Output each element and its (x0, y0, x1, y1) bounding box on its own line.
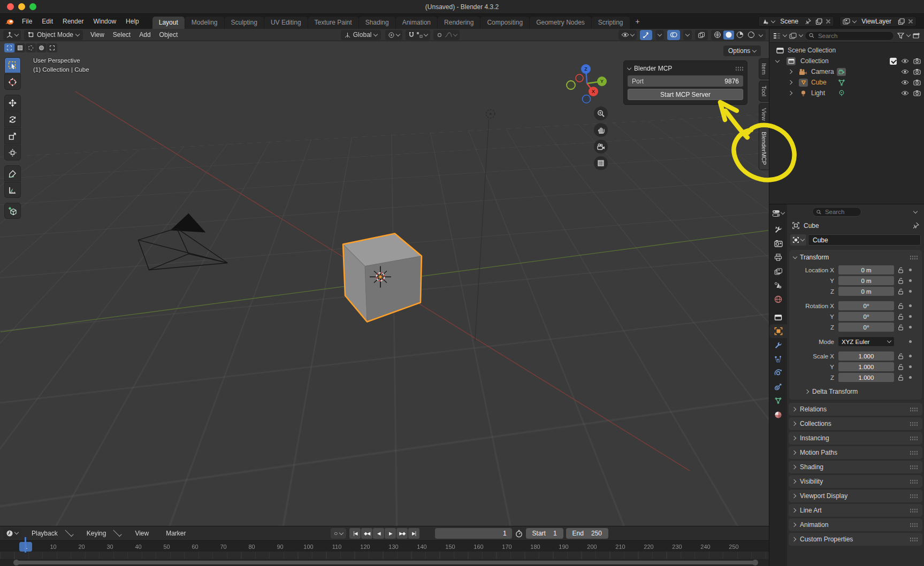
marker-menu[interactable]: Marker (157, 527, 194, 539)
lock-open-icon[interactable] (898, 374, 904, 381)
new-collection-button[interactable] (912, 32, 921, 40)
viewport-menu-item[interactable]: Object (155, 30, 182, 40)
outliner-row-cube[interactable]: Cube (769, 77, 924, 88)
zoom-view-button[interactable] (594, 106, 608, 120)
camera-view-button[interactable] (594, 140, 608, 154)
scale-x-field[interactable]: 1.000 (838, 351, 894, 361)
panel-grip-icon[interactable] (910, 255, 918, 260)
viewport-3d[interactable]: Object Mode ViewSelectAddObject Global (0, 29, 769, 526)
hide-in-viewport-icon[interactable] (901, 80, 909, 85)
start-mcp-server-button[interactable]: Start MCP Server (628, 89, 743, 100)
property-section-header[interactable]: Animation (789, 518, 922, 531)
delta-transform-subpanel[interactable]: Delta Transform (792, 383, 919, 395)
camera-data-icon[interactable] (837, 68, 846, 76)
panel-grip-icon[interactable] (735, 66, 743, 71)
property-section-header[interactable]: Relations (789, 403, 922, 416)
panel-grip-icon[interactable] (910, 407, 918, 412)
property-section-header[interactable]: Viewport Display (789, 489, 922, 502)
lock-open-icon[interactable] (898, 324, 904, 331)
property-section-header[interactable]: Collections (789, 417, 922, 430)
properties-tab-physics[interactable] (769, 366, 787, 380)
animate-property-dot[interactable] (909, 365, 912, 368)
tool-move[interactable] (4, 95, 21, 111)
viewport-menu-item[interactable]: Select (109, 30, 135, 40)
timeline-track-strip[interactable] (0, 552, 769, 559)
editor-type-button[interactable] (3, 30, 21, 40)
tool-add-primitive[interactable] (4, 203, 21, 219)
transport-button[interactable]: ◆◀ (361, 528, 372, 539)
viewport-menu-item[interactable]: Add (135, 30, 155, 40)
lock-open-icon[interactable] (898, 353, 904, 360)
sidebar-tab[interactable]: Tool (759, 81, 769, 101)
new-view-layer-icon[interactable] (897, 17, 905, 26)
chevron-down-icon[interactable] (852, 18, 857, 22)
animate-property-dot[interactable] (909, 340, 912, 343)
pan-view-button[interactable] (594, 123, 608, 137)
properties-tab-collection[interactable] (769, 310, 787, 324)
disable-in-renders-icon[interactable] (913, 58, 921, 64)
property-section-header[interactable]: Visibility (789, 475, 922, 488)
timeline-ruler[interactable]: 1 10203040506070809010011012013014015016… (0, 540, 769, 552)
mcp-port-field[interactable]: Port 9876 (628, 75, 743, 87)
rotation-z-field[interactable]: 0° (838, 323, 894, 332)
transport-button[interactable]: ▶◆ (396, 528, 408, 539)
panel-grip-icon[interactable] (910, 436, 918, 441)
properties-tab-output[interactable] (769, 250, 787, 264)
select-mode-lasso[interactable] (36, 43, 47, 52)
filter-icon[interactable] (896, 32, 905, 40)
playback-menu[interactable]: Playback (23, 527, 78, 539)
animate-property-dot[interactable] (909, 315, 912, 318)
workspace-tab[interactable]: UV Editing (264, 17, 308, 29)
mode-dropdown[interactable]: Object Mode (24, 30, 83, 40)
lock-open-icon[interactable] (898, 303, 904, 309)
workspace-tab[interactable]: Scripting (592, 17, 630, 29)
property-section-header[interactable]: Line Art (789, 504, 922, 517)
properties-tab-render[interactable] (769, 236, 787, 250)
panel-grip-icon[interactable] (910, 508, 918, 513)
keying-menu[interactable]: Keying (78, 527, 127, 539)
select-mode-circle[interactable] (26, 43, 36, 52)
collapse-panel-icon[interactable] (793, 254, 797, 258)
properties-search[interactable] (812, 207, 861, 217)
toggle-ortho-button[interactable] (594, 156, 608, 170)
properties-search-input[interactable] (824, 208, 857, 216)
tool-rotate[interactable] (4, 111, 21, 127)
disable-in-renders-icon[interactable] (913, 90, 921, 96)
visibility-dropdown[interactable] (618, 30, 637, 40)
outliner-display-mode-dropdown[interactable] (773, 32, 781, 40)
shading-solid-button[interactable] (723, 30, 734, 40)
scale-y-field[interactable]: 1.000 (838, 362, 894, 371)
outliner-row-collection[interactable]: Collection (769, 56, 924, 66)
disable-in-renders-icon[interactable] (913, 79, 921, 86)
outliner-row-light[interactable]: Light (769, 88, 924, 98)
gizmos-dropdown[interactable] (655, 30, 664, 40)
property-section-header[interactable]: Custom Properties (789, 533, 922, 546)
proportional-editing-dropdown[interactable] (433, 30, 460, 40)
property-section-header[interactable]: Instancing (789, 432, 922, 445)
animate-property-dot[interactable] (909, 355, 912, 357)
panel-grip-icon[interactable] (910, 450, 918, 455)
workspace-tab[interactable]: Rendering (438, 17, 480, 29)
workspace-tab[interactable]: Geometry Nodes (530, 17, 591, 29)
chevron-down-icon[interactable] (906, 33, 911, 37)
workspace-tab[interactable]: Modeling (185, 17, 224, 29)
object-name-field[interactable]: Cube (808, 234, 921, 246)
view-menu[interactable]: View (126, 527, 157, 539)
tool-measure[interactable] (4, 182, 21, 198)
rotation-x-field[interactable]: 0° (838, 301, 894, 310)
expand-icon[interactable] (788, 80, 792, 85)
transport-button[interactable]: ◀ (373, 528, 384, 539)
hide-in-viewport-icon[interactable] (901, 90, 909, 96)
shading-wireframe-button[interactable] (712, 30, 723, 40)
location-y-field[interactable]: 0 m (838, 276, 894, 285)
scene-name[interactable]: Scene (777, 18, 801, 25)
properties-tab-object[interactable] (769, 324, 787, 338)
panel-grip-icon[interactable] (910, 465, 918, 470)
properties-tab-scene[interactable] (769, 278, 787, 292)
add-workspace-button[interactable]: + (631, 16, 644, 27)
frame-start-field[interactable]: Start1 (526, 528, 563, 539)
xray-toggle[interactable] (695, 30, 708, 40)
animate-property-dot[interactable] (909, 279, 912, 282)
collapse-icon[interactable] (775, 58, 780, 62)
properties-tab-world[interactable] (769, 292, 787, 306)
